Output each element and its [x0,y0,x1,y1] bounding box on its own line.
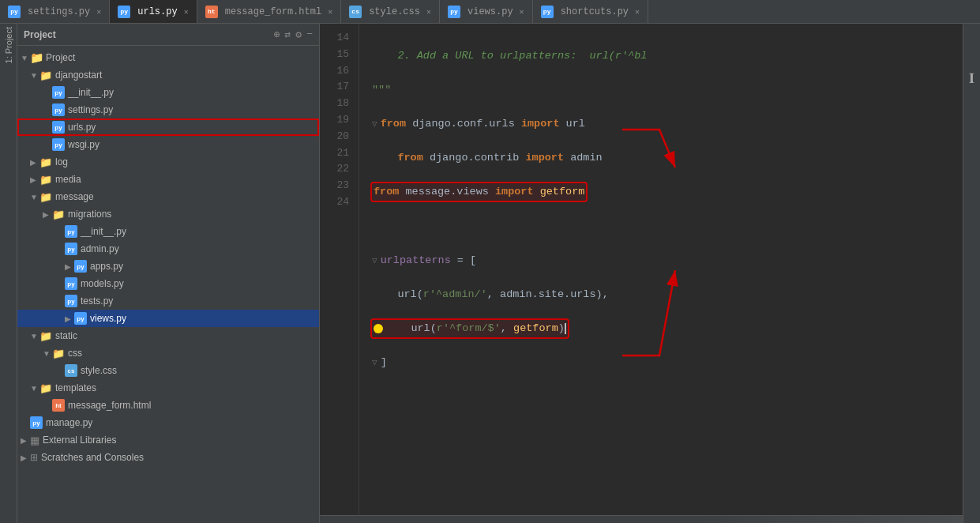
py-file-icon: py [52,121,65,134]
tree-label: message_form.html [68,400,316,411]
arrow-icon: ▼ [30,384,39,393]
py-file-icon: py [52,103,65,116]
html-file-icon: ht [52,399,65,412]
tree-item-message[interactable]: ▼ 📁 message [17,188,319,205]
py-file-icon: py [74,260,87,273]
tree-item-log[interactable]: ▶ 📁 log [17,153,319,171]
tree-item-urls-py[interactable]: py urls.py [17,119,319,136]
py-icon: py [541,6,554,18]
tree-item-migrations[interactable]: ▶ 📁 migrations [17,205,319,223]
tree-item-style-css[interactable]: cs style.css [17,362,319,379]
tree-label: __init__.py [68,87,316,98]
tree-label: External Libraries [43,435,316,446]
folder-icon: 📁 [30,51,43,64]
css-file-icon: cs [65,364,77,377]
editor-area: 14 15 16 17 18 19 20 21 22 23 24 2. Add … [320,24,963,523]
bulb-icon [374,324,383,333]
project-strip-label[interactable]: 1: Project [4,27,13,63]
tree-item-static[interactable]: ▼ 📁 static [17,327,319,344]
tab-close-message-form[interactable]: ✕ [328,7,332,17]
tree-item-manage-py[interactable]: py manage.py [17,414,319,431]
tree-item-external-libs[interactable]: ▶ ▦ External Libraries [17,431,319,449]
tab-close-settings[interactable]: ✕ [96,7,101,17]
folder-icon: 📁 [39,329,52,342]
sidebar-tree: ▼ 📁 Project ▼ 📁 djangostart py __init__.… [17,46,319,523]
line-numbers: 14 15 16 17 18 19 20 21 22 23 24 [320,24,359,515]
arrow-icon: ▼ [30,332,39,341]
folder-icon: 📁 [52,208,65,220]
code-line-24 [372,388,963,405]
code-editor[interactable]: 2. Add a URL to urlpatterns: url(r'^bl "… [359,24,963,515]
code-line-17: from django.contrib import admin [372,149,963,167]
tree-item-css[interactable]: ▼ 📁 css [17,344,319,362]
tree-label: message [55,191,316,202]
tab-close-views[interactable]: ✕ [520,7,524,17]
code-line-23: ▽] [372,354,963,371]
tree-label: apps.py [90,261,316,272]
tab-shortcuts[interactable]: py shortcuts.py ✕ [533,0,648,23]
py-file-icon: py [52,138,65,151]
arrow-icon: ▼ [21,54,30,62]
tab-style-css[interactable]: cs style.css ✕ [341,0,440,23]
tree-item-tests-py[interactable]: py tests.py [17,292,319,310]
tree-item-views-py[interactable]: ▶ py views.py [17,310,319,327]
code-content[interactable]: 14 15 16 17 18 19 20 21 22 23 24 2. Add … [320,24,963,515]
code-line-16: ▽from django.conf.urls import url [372,115,963,133]
html-icon: ht [205,6,218,18]
hide-icon[interactable]: − [306,28,313,40]
tree-item-init-py-1[interactable]: py __init__.py [17,84,319,101]
code-line-20: ▽urlpatterns = [ [372,252,963,269]
tree-label: migrations [68,209,316,220]
tree-item-project[interactable]: ▼ 📁 Project [17,49,319,66]
settings-icon[interactable]: ⚙ [295,28,302,41]
tree-label: static [55,330,316,341]
arrow-icon: ▶ [30,158,39,167]
arrow-icon: ▶ [43,210,52,219]
tree-label: urls.py [68,122,316,133]
editor-wrapper: 14 15 16 17 18 19 20 21 22 23 24 2. Add … [320,24,963,523]
main-layout: 1: Project Project ⊕ ⇄ ⚙ − ▼ 📁 Project [0,24,980,523]
tree-label: log [55,156,316,167]
folder-icon: 📁 [52,347,65,359]
tab-urls[interactable]: py urls.py ✕ [110,0,197,23]
tree-item-message-form-html[interactable]: ht message_form.html [17,397,319,414]
tab-message-form[interactable]: ht message_form.html ✕ [197,0,341,23]
py-file-icon: py [30,416,43,429]
side-panel: 𝐈 [963,24,980,523]
tab-close-style[interactable]: ✕ [426,7,431,17]
tree-item-djangostart[interactable]: ▼ 📁 djangostart [17,66,319,84]
libs-icon: ▦ [30,435,39,446]
tree-label: djangostart [55,70,316,81]
tree-label: wsgi.py [68,139,316,150]
py-file-icon: py [65,277,77,290]
tab-close-urls[interactable]: ✕ [184,7,189,17]
tree-label: media [55,174,316,185]
tab-close-shortcuts[interactable]: ✕ [635,7,640,17]
tab-label: shortcuts.py [561,6,629,17]
tree-label: tests.py [81,295,316,307]
tab-label: views.py [467,6,513,17]
tree-label: admin.py [81,243,316,254]
sidebar-header: Project ⊕ ⇄ ⚙ − [17,24,319,46]
tab-settings[interactable]: py settings.py ✕ [0,0,110,23]
folder-icon: 📁 [39,156,52,168]
tree-item-templates[interactable]: ▼ 📁 templates [17,379,319,397]
tree-item-models-py[interactable]: py models.py [17,275,319,292]
tree-item-media[interactable]: ▶ 📁 media [17,171,319,188]
tree-item-settings-py[interactable]: py settings.py [17,101,319,119]
code-line-21: url(r'^admin/', admin.site.urls), [372,286,963,303]
arrow-icon: ▼ [30,71,39,80]
tab-views[interactable]: py views.py ✕ [440,0,533,23]
tree-item-scratches[interactable]: ▶ ⊞ Scratches and Consoles [17,449,319,466]
arrow-icon: ▶ [65,314,74,323]
tree-item-init-py-2[interactable]: py __init__.py [17,223,319,240]
horizontal-scrollbar[interactable] [320,515,963,523]
tree-item-apps-py[interactable]: ▶ py apps.py [17,258,319,275]
tree-item-admin-py[interactable]: py admin.py [17,240,319,258]
tree-item-wsgi-py[interactable]: py wsgi.py [17,136,319,153]
code-line-22: url(r'^form/$', getform) [372,320,963,337]
code-line-14: 2. Add a URL to urlpatterns: url(r'^bl [372,47,963,65]
add-icon[interactable]: ⊕ [274,28,280,41]
sync-icon[interactable]: ⇄ [285,28,291,41]
tree-label: style.css [81,365,316,376]
